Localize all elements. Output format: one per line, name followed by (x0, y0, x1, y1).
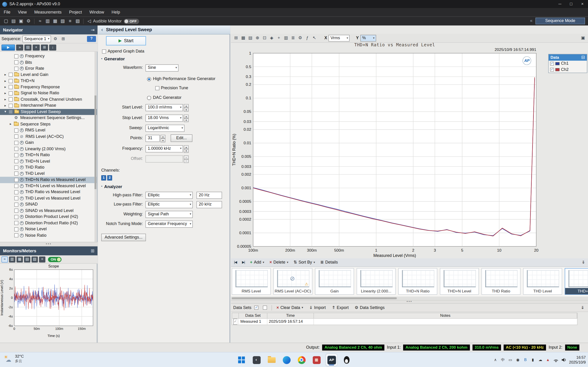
tree-item-frequency-response[interactable]: ▸Frequency Response (0, 84, 97, 90)
meters-icon[interactable]: ▥ (44, 18, 51, 25)
meter-bars-icon[interactable]: ▦ (17, 257, 23, 262)
tree-item-checkbox[interactable] (9, 73, 13, 77)
result-thumbnail-thd-level[interactable]: THD Level (523, 268, 562, 295)
tree-item-checkbox[interactable] (9, 85, 13, 89)
dataset-table-row[interactable]: Measured 1 2025/10/9 16:57:14 (232, 319, 578, 325)
monitor-on-toggle[interactable]: ON (48, 257, 61, 262)
help-button[interactable]: ? (87, 36, 96, 42)
penguin-app[interactable] (341, 354, 352, 366)
edit-points-button[interactable]: Edit... (171, 134, 192, 142)
legend-menu-icon[interactable]: ⊟ (581, 55, 585, 60)
tree-item-error-rate[interactable]: Error Rate (0, 66, 97, 72)
run-sequence-icon[interactable]: » (16, 44, 23, 50)
ime-indicator[interactable]: 中 (501, 357, 505, 363)
channel-1-button[interactable]: 1 (101, 175, 106, 181)
tree-item-checkbox[interactable] (14, 209, 18, 213)
menu-measurements[interactable]: Measurements (31, 8, 65, 17)
sort-by-button[interactable]: ⇅ Sort By ▾ (292, 259, 317, 266)
insert-step-icon[interactable]: ↓ (49, 44, 56, 50)
grid-icon[interactable]: ▥ (282, 35, 289, 41)
layout-icon[interactable]: ▦ (240, 35, 247, 41)
result-thumbnail-gain[interactable]: Gain (315, 268, 354, 295)
audible-monitor-toggle[interactable]: OFF (124, 19, 139, 24)
tree-item-thd-n-ratio[interactable]: THD+N Ratio (0, 152, 97, 158)
tree-item-measurement-sequence-settings[interactable]: ⚙Measurement Sequence Settings... (0, 115, 97, 121)
tree-item-sinad[interactable]: SINAD (0, 201, 97, 208)
edge-browser[interactable] (281, 354, 292, 366)
expand-arrow-icon[interactable]: ▸ (5, 85, 9, 89)
tree-item-thd-n-level-vs-measured-level[interactable]: THD+N Level vs Measured Level (0, 183, 97, 189)
clear-data-button[interactable]: × Clear Data ▾ (275, 304, 304, 311)
start-level-input[interactable]: 100.0 mVrms (145, 104, 183, 111)
display-tray-icon[interactable]: ▭ (508, 357, 513, 363)
tree-item-checkbox[interactable] (14, 215, 18, 219)
tree-item-thd-n-level[interactable]: THD+N Level (0, 158, 97, 165)
advanced-settings-button[interactable]: Advanced Settings... (101, 234, 146, 241)
cloud-tray-icon[interactable]: ☁ (538, 357, 543, 363)
legend-checkbox[interactable]: ✓ (550, 62, 554, 65)
thumbnail-scrollbar-thumb[interactable] (232, 297, 397, 299)
function-icon[interactable]: ƒ (304, 35, 311, 41)
tree-item-checkbox[interactable] (9, 110, 13, 114)
penguin-tray-icon[interactable]: ◉ (515, 357, 520, 363)
tree-item-checkbox[interactable] (14, 196, 18, 200)
tree-item-frequency[interactable]: Frequency (0, 53, 97, 59)
tree-item-linearity-2-000-vrms[interactable]: Linearity (2.000 Vrms) (0, 146, 97, 152)
first-result-button[interactable]: |◀ (233, 259, 238, 266)
taskbar-weather-widget[interactable]: ☀ ☁ 32°C 多云 (4, 354, 24, 363)
tree-item-checkbox[interactable] (9, 79, 13, 83)
navigator-splitter[interactable]: ••• (0, 242, 97, 247)
wifi-icon[interactable] (553, 358, 558, 362)
menu-file[interactable]: File (0, 8, 14, 17)
menu-help[interactable]: Help (108, 8, 124, 17)
tree-item-sequence-steps[interactable]: ▸Sequence Steps (0, 121, 97, 127)
result-thumbnail-linearity-2-000[interactable]: Linearity (2.000... (357, 268, 396, 295)
details-button[interactable]: ≣ Details (319, 259, 339, 266)
legend-item-ch2[interactable]: ✓Ch2 (549, 67, 587, 73)
tree-item-checkbox[interactable] (14, 54, 18, 58)
menu-view[interactable]: View (14, 8, 31, 17)
zoom-in-icon[interactable]: ⊕ (254, 35, 261, 41)
deselect-all-datasets-checkbox[interactable] (263, 306, 267, 310)
taskbar-clock[interactable]: 16:57 2025/10/9 (569, 355, 586, 365)
export-button[interactable]: ⇑ Export (330, 304, 350, 311)
tree-item-thd-ratio[interactable]: THD Ratio (0, 165, 97, 171)
tree-item-level-and-gain[interactable]: ▸Level and Gain (0, 72, 97, 78)
dataset-column-header[interactable]: Data Set (239, 313, 267, 318)
scope-monitor-chart[interactable]: Scope6u4u2u0-2u-4u-6u050m100m150mTime (s… (0, 264, 97, 341)
stop-level-input[interactable]: 18.00 Vrms (145, 115, 183, 122)
tree-item-checkbox[interactable] (14, 221, 18, 225)
lp-filter-select[interactable]: Elliptic (145, 201, 193, 208)
copy-step-icon[interactable]: ⊞ (41, 44, 48, 50)
data-view-icon[interactable]: ≡ (67, 18, 73, 25)
result-thumbnail-thd-n[interactable]: THD+N (565, 268, 588, 295)
tree-item-checkbox[interactable] (14, 153, 18, 157)
report-icon[interactable]: ▨ (74, 18, 81, 25)
tray-expand-icon[interactable]: ∧ (493, 357, 498, 363)
tree-item-checkbox[interactable] (14, 128, 18, 133)
y-axis-unit-select[interactable]: % (360, 35, 376, 41)
chrome-browser[interactable] (296, 354, 307, 366)
minimize-button[interactable]: ─ (554, 0, 565, 8)
expand-arrow-icon[interactable]: ▾ (5, 110, 9, 114)
bluetooth-tray-icon[interactable]: B (523, 357, 528, 363)
tree-item-sinad-vs-measured-level[interactable]: SINAD vs Measured Level (0, 208, 97, 214)
dataset-row-checkbox[interactable] (233, 319, 237, 325)
maximize-button[interactable]: □ (565, 0, 577, 8)
apx500-app[interactable]: AP (326, 354, 337, 366)
result-thumbnail-thd-ratio[interactable]: THD Ratio (481, 268, 520, 295)
expand-arrow-icon[interactable]: ▸ (5, 79, 9, 83)
signal-monitor-icon[interactable]: ≈ (37, 18, 43, 25)
tree-item-checkbox[interactable] (14, 67, 18, 71)
tree-item-stepped-level-sweep[interactable]: ▾Stepped Level Sweep (0, 109, 97, 115)
menu-project[interactable]: Project (65, 8, 86, 17)
tree-item-checkbox[interactable] (14, 172, 18, 176)
sequence-mode-button[interactable]: Sequence Mode (536, 18, 585, 24)
tree-item-checkbox[interactable] (9, 98, 13, 102)
tree-item-checkbox[interactable] (14, 159, 18, 163)
close-button[interactable]: × (577, 0, 588, 8)
pan-icon[interactable]: ◈ (268, 35, 275, 41)
sequence-copy-icon[interactable]: ⊞ (60, 35, 67, 42)
sweep-select[interactable]: Logarithmic (145, 125, 184, 132)
tree-item-checkbox[interactable] (9, 91, 13, 95)
